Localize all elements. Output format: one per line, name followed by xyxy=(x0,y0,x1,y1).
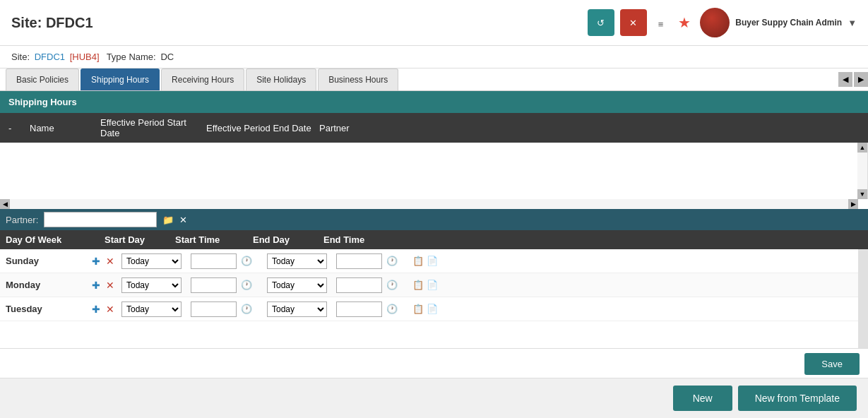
tuesday-actions: ✚ ✕ xyxy=(90,303,116,316)
sunday-copy-actions: 📋 📄 xyxy=(412,256,438,266)
site-id-link[interactable]: DFDC1 xyxy=(35,52,65,62)
tuesday-start-day-select[interactable]: TodayMondayTuesdayWednesdayThursdayFrida… xyxy=(121,301,182,317)
sunday-end-clock-button[interactable]: 🕐 xyxy=(385,256,399,266)
monday-add-button[interactable]: ✚ xyxy=(90,279,102,292)
monday-start-time: 🕐 xyxy=(191,277,261,293)
table-row: Tuesday ✚ ✕ TodayMondayTuesdayWednesdayT… xyxy=(0,297,868,321)
tuesday-remove-button[interactable]: ✕ xyxy=(105,303,116,316)
tab-site-holidays[interactable]: Site Holidays xyxy=(246,68,316,90)
day-tuesday-label: Tuesday xyxy=(6,304,90,314)
tuesday-end-day-select[interactable]: TodayMondayTuesdayWednesdayThursdayFrida… xyxy=(267,301,327,317)
site-label: Site: xyxy=(11,52,30,62)
tab-scroll-left-button[interactable]: ◀ xyxy=(838,72,852,87)
shipping-hours-table-header: - Name Effective Period Start Date Effec… xyxy=(0,113,868,143)
monday-end-day: TodayMondayTuesdayWednesdayThursdayFrida… xyxy=(267,277,331,293)
tuesday-paste-button[interactable]: 📄 xyxy=(427,304,438,314)
monday-copy-actions: 📋 📄 xyxy=(412,280,438,290)
sunday-end-time-input[interactable] xyxy=(336,253,382,269)
sunday-add-button[interactable]: ✚ xyxy=(90,255,102,268)
refresh-icon: ↺ xyxy=(597,18,605,28)
tuesday-add-button[interactable]: ✚ xyxy=(90,303,102,316)
col-header-day-of-week: Day Of Week xyxy=(6,234,105,245)
tuesday-end-clock-button[interactable]: 🕐 xyxy=(385,304,399,314)
scroll-track-h xyxy=(10,199,848,209)
sunday-remove-button[interactable]: ✕ xyxy=(105,255,116,268)
table-row: Sunday ✚ ✕ TodayMondayTuesdayWednesdayTh… xyxy=(0,249,868,273)
new-from-template-button[interactable]: New from Template xyxy=(738,386,857,411)
scroll-left-button[interactable]: ◀ xyxy=(0,199,10,209)
refresh-button[interactable]: ↺ xyxy=(588,9,614,36)
table-row: Monday ✚ ✕ TodayMondayTuesdayWednesdayTh… xyxy=(0,273,868,297)
col-header-end-date: Effective Period End Date xyxy=(206,123,319,133)
monday-remove-button[interactable]: ✕ xyxy=(105,279,116,292)
sunday-start-time-input[interactable] xyxy=(191,253,237,269)
day-sunday-label: Sunday xyxy=(6,256,90,266)
tab-basic-policies[interactable]: Basic Policies xyxy=(6,68,79,90)
monday-start-clock-button[interactable]: 🕐 xyxy=(239,280,254,290)
tuesday-start-time-input[interactable] xyxy=(191,301,237,317)
day-monday-label: Monday xyxy=(6,280,90,290)
horizontal-scrollbar[interactable]: ◀ ▶ xyxy=(0,199,858,209)
sunday-start-clock-button[interactable]: 🕐 xyxy=(239,256,254,266)
save-button[interactable]: Save xyxy=(804,353,860,375)
col-header-dash: - xyxy=(8,123,30,133)
monday-end-time-input[interactable] xyxy=(336,277,382,293)
tuesday-copy-actions: 📋 📄 xyxy=(412,304,438,314)
partner-clear-button[interactable]: ✕ xyxy=(179,214,187,225)
tab-business-hours[interactable]: Business Hours xyxy=(318,68,398,90)
tuesday-end-time: 🕐 xyxy=(336,301,407,317)
tuesday-start-clock-button[interactable]: 🕐 xyxy=(239,304,254,314)
sunday-copy-button[interactable]: 📋 xyxy=(412,256,424,266)
type-value: DC xyxy=(160,52,174,62)
sunday-end-day-select[interactable]: TodayMondayTuesdayWednesdayThursdayFrida… xyxy=(267,253,327,269)
monday-start-day: TodayMondayTuesdayWednesdayThursdayFrida… xyxy=(121,277,185,293)
clear-icon: ✕ xyxy=(179,215,187,225)
monday-end-time: 🕐 xyxy=(336,277,407,293)
monday-copy-button[interactable]: 📋 xyxy=(412,280,424,290)
sunday-actions: ✚ ✕ xyxy=(90,255,116,268)
menu-button[interactable]: ≡ xyxy=(653,12,670,34)
user-name: Buyer Suppy Chain Admin xyxy=(735,18,842,28)
tuesday-copy-button[interactable]: 📋 xyxy=(412,304,424,314)
star-icon: ★ xyxy=(678,14,691,31)
user-dropdown-button[interactable]: ▼ xyxy=(848,17,857,28)
chevron-down-icon: ▼ xyxy=(848,18,857,28)
col-header-start-time: Start Time xyxy=(175,234,253,245)
sunday-end-day: TodayMondayTuesdayWednesdayThursdayFrida… xyxy=(267,253,331,269)
col-header-name: Name xyxy=(30,123,100,133)
scroll-right-button[interactable]: ▶ xyxy=(848,199,858,209)
folder-icon: 📁 xyxy=(162,215,174,225)
scroll-down-button[interactable]: ▼ xyxy=(857,189,867,199)
monday-start-time-input[interactable] xyxy=(191,277,237,293)
save-bar: Save xyxy=(0,348,868,379)
tuesday-start-time: 🕐 xyxy=(191,301,261,317)
close-button[interactable]: ✕ xyxy=(620,9,647,36)
menu-icon: ≡ xyxy=(658,19,664,30)
partner-browse-button[interactable]: 📁 xyxy=(162,214,174,225)
tab-shipping-hours[interactable]: Shipping Hours xyxy=(81,68,160,90)
tabs-bar: Basic Policies Shipping Hours Receiving … xyxy=(0,68,868,91)
dow-vertical-scrollbar[interactable] xyxy=(858,249,868,348)
tuesday-end-time-input[interactable] xyxy=(336,301,382,317)
dow-scroll-area: Sunday ✚ ✕ TodayMondayTuesdayWednesdayTh… xyxy=(0,249,868,348)
tab-scroll-right-button[interactable]: ▶ xyxy=(854,72,868,87)
sunday-paste-button[interactable]: 📄 xyxy=(427,256,438,266)
monday-start-day-select[interactable]: TodayMondayTuesdayWednesdayThursdayFrida… xyxy=(121,277,182,293)
user-info: Buyer Suppy Chain Admin xyxy=(735,18,842,28)
scroll-up-button[interactable]: ▲ xyxy=(857,143,867,153)
vertical-scrollbar[interactable]: ▲ ▼ xyxy=(857,143,867,199)
shipping-hours-header: Shipping Hours xyxy=(0,91,868,113)
monday-end-clock-button[interactable]: 🕐 xyxy=(385,280,399,290)
tab-receiving-hours[interactable]: Receiving Hours xyxy=(161,68,244,90)
new-button[interactable]: New xyxy=(673,386,732,411)
monday-end-day-select[interactable]: TodayMondayTuesdayWednesdayThursdayFrida… xyxy=(267,277,327,293)
monday-actions: ✚ ✕ xyxy=(90,279,116,292)
tuesday-start-day: TodayMondayTuesdayWednesdayThursdayFrida… xyxy=(121,301,185,317)
sunday-start-day-select[interactable]: TodayMondayTuesdayWednesdayThursdayFrida… xyxy=(121,253,182,269)
monday-paste-button[interactable]: 📄 xyxy=(427,280,438,290)
scroll-track xyxy=(857,153,867,189)
sunday-start-time: 🕐 xyxy=(191,253,261,269)
sunday-start-day: TodayMondayTuesdayWednesdayThursdayFrida… xyxy=(121,253,185,269)
partner-input[interactable] xyxy=(44,212,157,227)
header-actions: ↺ ✕ ≡ ★ Buyer Suppy Chain Admin ▼ xyxy=(588,8,857,37)
